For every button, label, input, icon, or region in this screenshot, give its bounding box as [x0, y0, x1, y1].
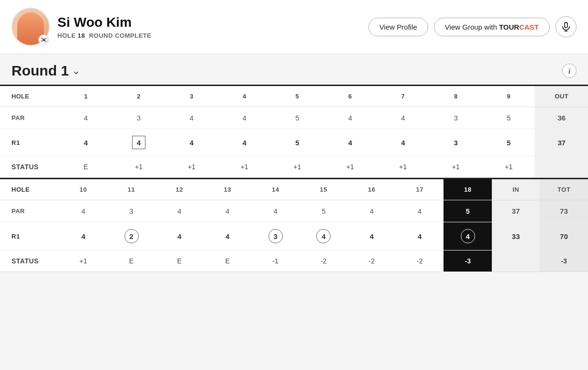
chevron-down-icon: ⌄	[72, 65, 80, 77]
status-8: +1	[430, 156, 482, 178]
r1-18-active: 4	[444, 222, 491, 250]
view-group-button[interactable]: View Group with TOURCAST	[434, 18, 550, 36]
front-status-row: STATUS E +1 +1 +1 +1 +1 +1 +1 +1	[0, 156, 588, 178]
front-r1-row: R1 4 4 4 4 5 4 4 3 5 37	[0, 129, 588, 156]
view-profile-button[interactable]: View Profile	[368, 18, 428, 36]
front-par-row: PAR 4 3 4 4 5 4 4 3 5 36	[0, 107, 588, 129]
hole-1: 1	[59, 86, 112, 107]
back-status-label: STATUS	[0, 250, 59, 272]
back-r1-row: R1 4 2 4 4 3 4 4 4 4 33 70	[0, 222, 588, 250]
par-11: 3	[107, 200, 155, 222]
par-10: 4	[59, 200, 107, 222]
status-3: +1	[165, 156, 218, 178]
info-button[interactable]: i	[562, 64, 577, 78]
hole-15: 15	[300, 179, 347, 200]
player-status: HOLE 18 ROUND COMPLETE	[57, 32, 361, 39]
r1-7: 4	[377, 129, 429, 156]
par-1: 4	[59, 107, 112, 129]
hole-3: 3	[165, 86, 218, 107]
hole-2: 2	[112, 86, 165, 107]
hole-16: 16	[348, 179, 396, 200]
flag-badge: 🇰🇷	[38, 34, 49, 45]
r1-3: 4	[165, 129, 218, 156]
par-5: 5	[271, 107, 323, 129]
hole-11: 11	[107, 179, 155, 200]
hole-7: 7	[377, 86, 429, 107]
status-in	[492, 250, 540, 272]
r1-12: 4	[155, 222, 203, 250]
hole-6: 6	[324, 86, 377, 107]
front-hole-header-row: HOLE 1 2 3 4 5 6 7 8 9 OUT	[0, 86, 588, 107]
r1-16: 4	[348, 222, 396, 250]
r1-1: 4	[59, 129, 112, 156]
status-7: +1	[377, 156, 429, 178]
svg-rect-0	[565, 22, 567, 28]
par-tot: 73	[540, 200, 588, 222]
r1-15: 4	[300, 222, 347, 250]
r1-4: 4	[218, 129, 271, 156]
r1-9: 5	[482, 129, 535, 156]
r1-in: 33	[492, 222, 540, 250]
status-13: E	[203, 250, 251, 272]
status-16: -2	[348, 250, 396, 272]
par-out: 36	[535, 107, 588, 129]
par-12: 4	[155, 200, 203, 222]
mic-button[interactable]	[555, 16, 577, 37]
status-label: STATUS	[0, 156, 59, 178]
back-par-label: PAR	[0, 200, 59, 222]
status-1: E	[59, 156, 112, 178]
status-9: +1	[482, 156, 535, 178]
hole-4: 4	[218, 86, 271, 107]
status-17: -2	[396, 250, 444, 272]
r1-8: 3	[430, 129, 482, 156]
in-label: IN	[492, 179, 540, 200]
r1-out: 37	[535, 129, 588, 156]
status-12: E	[155, 250, 203, 272]
back-status-row: STATUS +1 E E E -1 -2 -2 -2 -3 -3	[0, 250, 588, 272]
tot-label: TOT	[540, 179, 588, 200]
hole-18-active: 18	[444, 179, 491, 200]
hole-12: 12	[155, 179, 203, 200]
front-nine-table: HOLE 1 2 3 4 5 6 7 8 9 OUT PAR 4 3	[0, 85, 588, 178]
par-3: 4	[165, 107, 218, 129]
hole-13: 13	[203, 179, 251, 200]
par-6: 4	[324, 107, 377, 129]
round-selector[interactable]: Round 1 ⌄	[11, 63, 80, 79]
player-header: 🇰🇷 Si Woo Kim HOLE 18 ROUND COMPLETE Vie…	[0, 0, 588, 54]
back-hole-label: HOLE	[0, 179, 59, 200]
r1-11: 2	[107, 222, 155, 250]
r1-label: R1	[0, 129, 59, 156]
r1-5: 5	[271, 129, 323, 156]
hole-10: 10	[59, 179, 107, 200]
par-7: 4	[377, 107, 429, 129]
status-11: E	[107, 250, 155, 272]
out-label: OUT	[535, 86, 588, 107]
status-out	[535, 156, 588, 178]
scorecard: HOLE 1 2 3 4 5 6 7 8 9 OUT PAR 4 3	[0, 85, 588, 272]
r1-17: 4	[396, 222, 444, 250]
hole-9: 9	[482, 86, 535, 107]
par-16: 4	[348, 200, 396, 222]
r1-14: 3	[252, 222, 300, 250]
status-2: +1	[112, 156, 165, 178]
avatar: 🇰🇷	[11, 8, 50, 46]
par-8: 3	[430, 107, 482, 129]
par-in: 37	[492, 200, 540, 222]
status-14: -1	[252, 250, 300, 272]
header-buttons: View Profile View Group with TOURCAST	[368, 16, 577, 37]
back-par-row: PAR 4 3 4 4 4 5 4 4 5 37 73	[0, 200, 588, 222]
par-17: 4	[396, 200, 444, 222]
par-2: 3	[112, 107, 165, 129]
hole-8: 8	[430, 86, 482, 107]
round-selector-row: Round 1 ⌄ i	[0, 54, 588, 85]
par-18-active: 5	[444, 200, 491, 222]
par-label: PAR	[0, 107, 59, 129]
par-4: 4	[218, 107, 271, 129]
r1-6: 4	[324, 129, 377, 156]
status-18-active: -3	[444, 250, 491, 272]
status-5: +1	[271, 156, 323, 178]
status-10: +1	[59, 250, 107, 272]
r1-10: 4	[59, 222, 107, 250]
player-name: Si Woo Kim	[57, 15, 361, 30]
status-tot: -3	[540, 250, 588, 272]
